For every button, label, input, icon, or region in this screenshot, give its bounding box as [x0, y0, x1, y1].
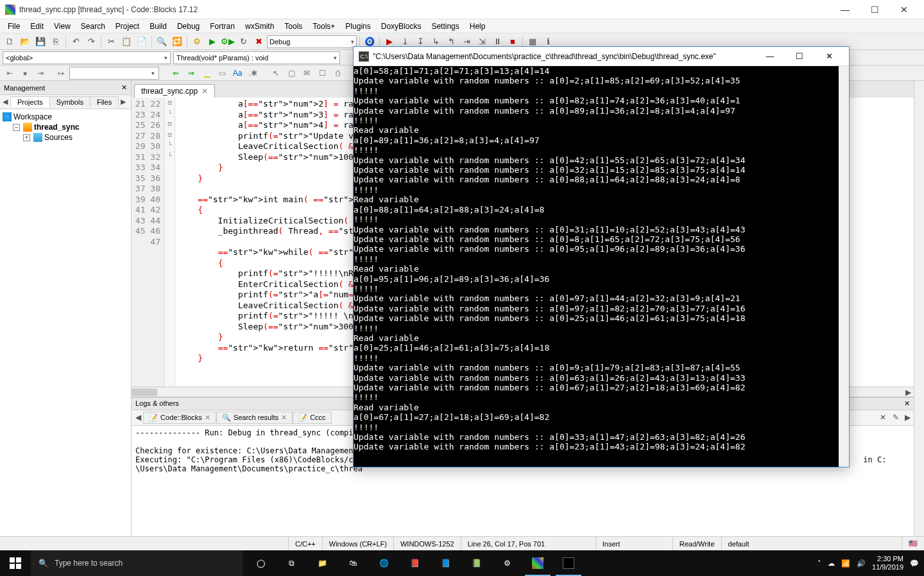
tree-folder[interactable]: + Sources [23, 132, 128, 143]
logs-close-icon[interactable]: ✕ [904, 399, 910, 408]
explorer-icon[interactable]: 📁 [307, 550, 338, 576]
close-button[interactable]: ✕ [889, 0, 919, 19]
logs-close-icon[interactable]: ✕ [877, 411, 889, 424]
expander-icon[interactable]: − [13, 124, 20, 131]
settings-icon[interactable]: ⚙ [492, 550, 522, 576]
console-maximize-button[interactable]: ☐ [785, 47, 814, 66]
taskbar-search[interactable]: 🔍 Type here to search [31, 550, 243, 576]
run-icon[interactable]: ▶ [205, 35, 219, 49]
scroll-thumb[interactable] [132, 388, 157, 396]
editor-tab-thread-sync[interactable]: thread_sync.cpp ✕ [134, 84, 215, 98]
console-minimize-button[interactable]: — [755, 47, 785, 66]
rebuild-icon[interactable]: ↻ [236, 35, 250, 49]
console-window[interactable]: C:\ "C:\Users\Data Management\Documents\… [353, 46, 850, 467]
notification-icon[interactable]: 💬 [910, 559, 919, 568]
preview-icon[interactable]: ⎙ [330, 67, 345, 80]
next-icon[interactable]: ⇒ [184, 67, 198, 80]
menu-debug[interactable]: Debug [172, 21, 205, 32]
taskbar-clock[interactable]: 2:30 PM 11/9/2019 [872, 555, 903, 572]
store-icon[interactable]: 🛍 [338, 550, 368, 576]
console-scrollbar[interactable] [839, 66, 849, 467]
abort-icon[interactable]: ✖ [252, 35, 266, 49]
find-icon[interactable]: 🔍 [155, 35, 169, 49]
tab-close-icon[interactable]: ✕ [201, 87, 208, 96]
editor-vscrollbar[interactable] [914, 81, 924, 536]
mail-icon[interactable]: ✉ [300, 67, 314, 80]
chrome-icon[interactable]: 🌐 [368, 550, 399, 576]
logs-tabs-right-icon[interactable]: ▶ [902, 413, 912, 422]
save-icon[interactable]: 💾 [33, 35, 47, 49]
tab-symbols[interactable]: Symbols [49, 96, 90, 107]
replace-icon[interactable]: 🔁 [170, 35, 184, 49]
cut-icon[interactable]: ✂ [104, 35, 118, 49]
tray-cloud-icon[interactable]: ☁ [828, 559, 835, 568]
tab-close-icon[interactable]: ✕ [205, 414, 210, 422]
build-run-icon[interactable]: ⚙▶ [221, 35, 235, 49]
start-button[interactable] [0, 550, 31, 576]
logs-tab-search[interactable]: 🔍 Search results ✕ [216, 412, 293, 424]
menu-view[interactable]: View [49, 21, 76, 32]
build-icon[interactable]: ⚙ [190, 35, 204, 49]
cortana-icon[interactable]: ◯ [245, 550, 276, 576]
wifi-icon[interactable]: 📶 [841, 559, 850, 568]
text-icon[interactable]: Aa [230, 67, 244, 80]
jump-input[interactable] [69, 67, 159, 80]
logs-tab-codeblocks[interactable]: 📝 Code::Blocks ✕ [143, 412, 216, 424]
bookmark-icon[interactable]: ● [18, 67, 32, 80]
tab-files[interactable]: Files [90, 96, 119, 107]
word-icon[interactable]: 📘 [430, 550, 461, 576]
menu-plugins[interactable]: Plugins [340, 21, 375, 32]
build-target-select[interactable]: Debug▾ [267, 35, 357, 48]
tree-project[interactable]: − thread_sync [13, 122, 128, 132]
taskview-icon[interactable]: ⧉ [276, 550, 307, 576]
open-file-icon[interactable]: 📂 [18, 35, 32, 49]
tabs-left-arrow-icon[interactable]: ◀ [0, 98, 10, 106]
new-file-icon[interactable]: 🗋 [3, 35, 17, 49]
management-close-icon[interactable]: ✕ [121, 83, 127, 92]
jump-fwd-icon[interactable]: ⇥ [33, 67, 47, 80]
acrobat-icon[interactable]: 📕 [399, 550, 430, 576]
scroll-right-icon[interactable]: ▶ [903, 387, 912, 397]
block-icon[interactable]: ▢ [284, 67, 298, 80]
tab-close-icon[interactable]: ✕ [281, 414, 287, 422]
prev-icon[interactable]: ⇐ [169, 67, 183, 80]
menu-fortran[interactable]: Fortran [205, 21, 240, 32]
menu-edit[interactable]: Edit [25, 21, 49, 32]
menu-project[interactable]: Project [110, 21, 144, 32]
system-tray[interactable]: ˄ ☁ 📶 🔊 2:30 PM 11/9/2019 💬 [812, 555, 924, 572]
function-select[interactable]: Thread(void* pParams) : void▾ [173, 51, 340, 64]
volume-icon[interactable]: 🔊 [857, 559, 866, 568]
minimize-button[interactable]: — [830, 0, 860, 19]
scope-select[interactable]: <global>▾ [3, 51, 171, 64]
logs-tab-cccc[interactable]: 📝 Cccc [293, 412, 331, 424]
console-output[interactable]: a[0]=58;a[1]=71;a[2]=71;a[3]=13;a[4]=14 … [354, 66, 839, 467]
maximize-button[interactable]: ☐ [860, 0, 889, 19]
doc-icon[interactable]: ☐ [315, 67, 329, 80]
fold-gutter[interactable]: ⊟ └ ⊟ ⊟ └ └ [165, 98, 175, 387]
console-task-icon[interactable] [553, 550, 584, 576]
console-close-button[interactable]: ✕ [814, 47, 844, 66]
cursor-icon[interactable]: ↖ [269, 67, 283, 80]
last-jump-icon[interactable]: ↦ [54, 67, 68, 80]
logs-edit-icon[interactable]: ✎ [889, 411, 902, 424]
tab-projects[interactable]: Projects [10, 96, 50, 107]
expander-icon[interactable]: + [23, 134, 30, 141]
tabs-right-arrow-icon[interactable]: ▶ [118, 98, 128, 106]
project-tree[interactable]: Workspace − thread_sync + Sources [0, 109, 131, 536]
tree-workspace[interactable]: Workspace [3, 112, 128, 122]
codeblocks-task-icon[interactable] [522, 550, 553, 576]
undo-icon[interactable]: ↶ [69, 35, 83, 49]
menu-build[interactable]: Build [144, 21, 172, 32]
redo-icon[interactable]: ↷ [84, 35, 98, 49]
menu-wxsmith[interactable]: wxSmith [240, 21, 279, 32]
console-titlebar[interactable]: C:\ "C:\Users\Data Management\Documents\… [354, 47, 849, 66]
copy-icon[interactable]: 📋 [119, 35, 133, 49]
tray-up-icon[interactable]: ˄ [817, 559, 821, 568]
paste-icon[interactable]: 📄 [135, 35, 149, 49]
jump-back-icon[interactable]: ⇤ [3, 67, 17, 80]
menu-doxyblocks[interactable]: DoxyBlocks [376, 21, 427, 32]
menu-help[interactable]: Help [465, 21, 491, 32]
menu-tools[interactable]: Tools [279, 21, 307, 32]
menu-file[interactable]: File [3, 21, 25, 32]
select-icon[interactable]: ▭ [215, 67, 229, 80]
